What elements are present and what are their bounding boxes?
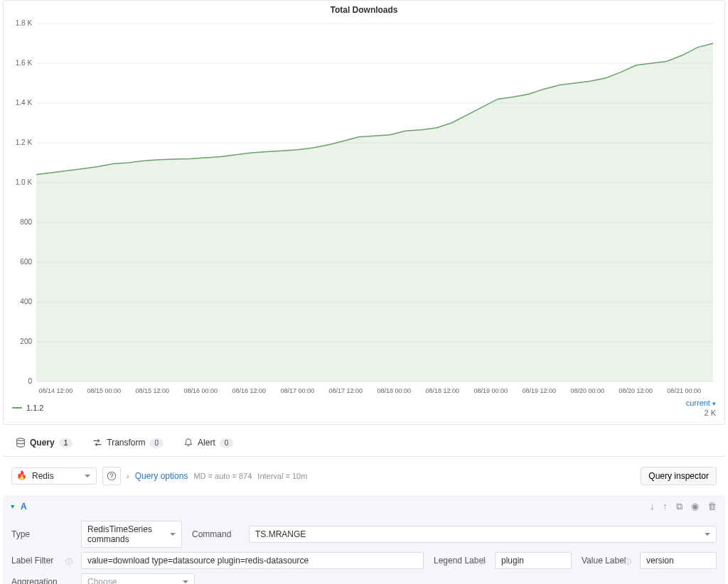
duplicate-icon[interactable]: ⧉ bbox=[676, 501, 682, 512]
legend-column-header[interactable]: current ▾ bbox=[686, 399, 716, 407]
legend-label-input[interactable] bbox=[495, 552, 572, 569]
svg-text:08/18 00:00: 08/18 00:00 bbox=[377, 387, 411, 394]
help-icon bbox=[107, 471, 117, 481]
chart-canvas: 02004006008001.0 K1.2 K1.4 K1.6 K1.8 K08… bbox=[4, 19, 724, 396]
type-label: Type bbox=[11, 529, 77, 539]
svg-text:08/16 12:00: 08/16 12:00 bbox=[232, 387, 266, 394]
svg-text:08/14 12:00: 08/14 12:00 bbox=[39, 387, 73, 394]
command-select[interactable]: TS.MRANGE bbox=[249, 526, 717, 543]
tab-transform[interactable]: Transform 0 bbox=[92, 435, 164, 450]
move-up-icon[interactable]: ↑ bbox=[663, 501, 668, 512]
query-md-text: MD = auto = 874 bbox=[193, 472, 252, 480]
toggle-visibility-icon[interactable]: ◉ bbox=[691, 501, 699, 512]
svg-text:08/16 00:00: 08/16 00:00 bbox=[183, 387, 218, 394]
svg-text:200: 200 bbox=[20, 337, 32, 345]
datasource-help-button[interactable] bbox=[102, 467, 121, 485]
bell-icon bbox=[183, 438, 193, 448]
value-label-label: Value Label bbox=[576, 556, 636, 566]
svg-text:600: 600 bbox=[20, 258, 32, 266]
tab-query-label: Query bbox=[30, 438, 55, 448]
svg-point-34 bbox=[17, 438, 25, 441]
svg-text:08/20 00:00: 08/20 00:00 bbox=[570, 387, 604, 394]
datasource-selected: Redis bbox=[32, 471, 54, 481]
value-label-input[interactable] bbox=[640, 552, 717, 569]
svg-text:1.0 K: 1.0 K bbox=[16, 178, 33, 186]
svg-text:0: 0 bbox=[28, 377, 33, 385]
legend-series-name: 1.1.2 bbox=[26, 404, 43, 412]
tab-transform-count: 0 bbox=[149, 438, 164, 448]
tab-transform-label: Transform bbox=[107, 438, 145, 448]
tab-alert-count: 0 bbox=[220, 438, 234, 448]
chart-legend: 1.1.2 current ▾ 2 K bbox=[4, 396, 724, 424]
tab-alert-label: Alert bbox=[198, 438, 215, 448]
command-label: Command bbox=[186, 529, 245, 539]
legend-current-value: 2 K bbox=[686, 407, 716, 417]
label-filter-label: Label Filter bbox=[11, 556, 77, 566]
svg-text:08/20 12:00: 08/20 12:00 bbox=[619, 387, 653, 394]
type-select[interactable]: RedisTimeSeries commands bbox=[81, 521, 182, 548]
svg-text:08/17 12:00: 08/17 12:00 bbox=[328, 387, 363, 394]
aggregation-select[interactable]: Choose bbox=[81, 573, 195, 584]
delete-icon[interactable]: 🗑 bbox=[707, 501, 717, 512]
chevron-right-icon[interactable]: › bbox=[127, 472, 129, 480]
panel-title: Total Downloads bbox=[4, 1, 724, 19]
database-icon bbox=[16, 438, 26, 448]
chevron-down-icon[interactable]: ▸ bbox=[9, 505, 17, 509]
svg-text:08/17 00:00: 08/17 00:00 bbox=[280, 387, 314, 394]
svg-text:1.8 K: 1.8 K bbox=[16, 19, 33, 27]
legend-swatch bbox=[12, 407, 22, 409]
query-options-toggle[interactable]: Query options bbox=[135, 471, 188, 481]
svg-text:08/19 00:00: 08/19 00:00 bbox=[473, 387, 508, 394]
svg-text:08/21 00:00: 08/21 00:00 bbox=[667, 387, 701, 394]
transform-icon bbox=[92, 438, 102, 448]
tab-alert[interactable]: Alert 0 bbox=[183, 435, 233, 450]
query-interval-text: Interval = 10m bbox=[257, 472, 307, 480]
svg-text:08/15 00:00: 08/15 00:00 bbox=[87, 387, 122, 394]
svg-text:400: 400 bbox=[20, 298, 32, 305]
tab-query-count: 1 bbox=[59, 438, 73, 448]
label-filter-input[interactable] bbox=[81, 552, 424, 569]
aggregation-label: Aggregation bbox=[11, 577, 77, 584]
tab-query[interactable]: Query 1 bbox=[16, 435, 73, 450]
svg-text:1.2 K: 1.2 K bbox=[16, 139, 33, 146]
move-down-icon[interactable]: ↓ bbox=[650, 501, 655, 512]
svg-text:800: 800 bbox=[20, 218, 32, 226]
svg-text:08/15 12:00: 08/15 12:00 bbox=[135, 387, 169, 394]
legend-label-label: Legend Label bbox=[428, 556, 491, 566]
svg-text:1.4 K: 1.4 K bbox=[16, 99, 33, 107]
query-row-name[interactable]: A bbox=[21, 502, 27, 512]
datasource-select[interactable]: Redis bbox=[11, 467, 97, 485]
svg-text:1.6 K: 1.6 K bbox=[16, 59, 33, 67]
svg-text:08/18 12:00: 08/18 12:00 bbox=[425, 387, 459, 394]
query-inspector-button[interactable]: Query inspector bbox=[641, 467, 717, 485]
svg-text:08/19 12:00: 08/19 12:00 bbox=[522, 387, 556, 394]
